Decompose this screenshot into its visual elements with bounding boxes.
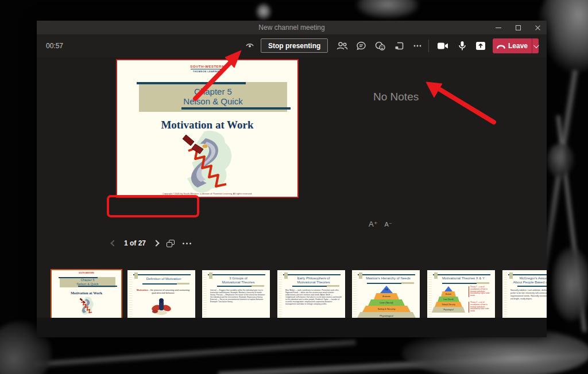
minimize-icon <box>496 28 501 28</box>
notes-empty-text: No Notes <box>373 91 419 103</box>
thumb6-title: Motivational Theories X & Y <box>434 276 493 280</box>
thumbnail-slide-7[interactable]: McGregor's Assumptions About People Base… <box>502 270 547 320</box>
breakout-rooms-icon <box>393 40 405 52</box>
slide-logo-line2: THOMSON LEARNING <box>117 70 297 73</box>
minimize-button[interactable] <box>493 22 504 33</box>
slide-subtitle: Motivation at Work <box>117 119 297 131</box>
stop-presenting-button[interactable]: Stop presenting <box>261 38 328 53</box>
slide-logo-rule <box>191 69 224 69</box>
thumb7-title-line1: McGregor's Assumptions <box>509 276 547 280</box>
thumb6-level-love: Love (Social) <box>438 297 459 302</box>
thumb2-title: Definition of Motivation <box>134 277 193 281</box>
thumbnail-slide-5[interactable]: Maslow's Hierarchy of Needs SA Esteem Lo… <box>352 270 420 320</box>
pyramid-level-sa: SA <box>380 286 393 293</box>
slide-title-line1: Chapter 5 <box>139 87 287 96</box>
thumb6-level-sa <box>444 286 452 291</box>
thumb1-artwork <box>77 297 98 315</box>
thumb3-title-line1: 3 Groups of <box>209 276 268 280</box>
previous-slide-button[interactable] <box>111 241 116 246</box>
leave-options-chevron[interactable] <box>532 38 539 53</box>
chevron-down-icon <box>533 42 539 48</box>
thumb5-pyramid: SA Esteem Love (Social) Safety & Securit… <box>357 286 416 319</box>
microphone-icon <box>457 40 467 52</box>
pyramid-level-safety: Safety & Security <box>362 306 411 312</box>
show-conversation-button[interactable] <box>355 40 368 52</box>
thumb4-body: Max Weber — work contributes to salvatio… <box>285 289 342 305</box>
reactions-icon <box>374 40 386 52</box>
slide-navigation: 1 of 27 <box>111 235 191 251</box>
people-icon <box>336 40 349 52</box>
grid-icon-front <box>167 242 172 247</box>
slide-logo: SOUTH-WESTERN THOMSON LEARNING <box>117 65 297 73</box>
thumb6-theory-x: Theory X - a set of assumptions of how t… <box>469 302 493 313</box>
thumb3-body: Internal — Suggest that variables within… <box>210 289 267 303</box>
mic-toggle-button[interactable] <box>456 40 469 52</box>
thumb3-title-line2: Motivational Theories <box>209 280 268 285</box>
thumb6-level-safety: Safety & Security <box>435 302 462 307</box>
slide-artwork <box>173 130 246 193</box>
nav-more-options-button[interactable] <box>183 243 191 244</box>
thumb2-body-text: the process of arousing and sustaining g… <box>150 289 190 294</box>
annotation-rectangle <box>107 195 199 217</box>
more-actions-icon <box>412 41 423 51</box>
notes-font-smaller-button[interactable]: A⁻ <box>385 221 392 228</box>
wallpaper-branch-bottom1 <box>34 340 355 367</box>
next-slide-button[interactable] <box>154 241 158 246</box>
slide-title-rule-bottom <box>181 107 291 110</box>
thumbnail-slide-2[interactable]: Definition of Motivation Motivation - th… <box>127 270 195 320</box>
thumb6-pyramid: Esteem Love (Social) Safety & Security P… <box>432 286 465 313</box>
window-title: New channel meeting <box>258 24 324 32</box>
slide-title-box: Chapter 5 Nelson & Quick <box>139 82 287 112</box>
wallpaper-bud-right <box>547 143 574 178</box>
teams-meeting-window: New channel meeting 00:57 Stop presentin… <box>37 21 547 337</box>
slide-logo-line1: SOUTH-WESTERN <box>117 65 297 68</box>
window-titlebar: New channel meeting <box>37 21 547 34</box>
pyramid-level-love: Love (Social) <box>368 299 405 306</box>
thumb1-title-line2: Nelson & Quick <box>60 282 115 286</box>
thumbnail-slide-3[interactable]: 3 Groups of Motivational Theories Intern… <box>202 270 270 320</box>
camera-icon <box>436 41 449 51</box>
thumb4-title-line2: Motivational Theories <box>284 280 343 285</box>
breakout-rooms-button[interactable] <box>393 40 405 52</box>
stop-presenting-label: Stop presenting <box>268 42 320 50</box>
thumbnail-slide-6[interactable]: Motivational Theories X & Y Esteem Love … <box>427 270 495 320</box>
thumb4-title-line1: Early Philosophers of <box>284 276 343 280</box>
thumb2-artwork <box>150 298 172 316</box>
slide-position: 1 of 27 <box>124 239 146 247</box>
thumbnail-slide-1[interactable]: SOUTH-WESTERN Chapter 5 Nelson & Quick M… <box>51 269 122 321</box>
slide-grid-button[interactable] <box>167 240 175 247</box>
share-content-button[interactable] <box>474 40 487 52</box>
wallpaper-flower-top <box>356 0 419 20</box>
toolbar-separator <box>428 40 429 52</box>
reactions-button[interactable] <box>374 40 386 52</box>
pyramid-level-esteem: Esteem <box>374 293 399 299</box>
share-screen-icon <box>475 41 486 51</box>
maximize-icon <box>516 25 521 30</box>
wallpaper-flower-top-small <box>256 3 271 21</box>
notes-font-controls: A⁺ A⁻ <box>369 220 392 228</box>
thumb6-theory-y: Theory Y - a set of assumptions of how t… <box>469 286 493 297</box>
presenter-view-eye-icon[interactable] <box>243 39 256 52</box>
wallpaper-leaf-right <box>551 247 588 321</box>
thumb2-body: Motivation - the process of arousing and… <box>134 289 192 294</box>
leave-button[interactable]: Leave <box>493 38 539 53</box>
leave-label: Leave <box>508 42 528 50</box>
maximize-button[interactable] <box>512 22 524 33</box>
notes-font-larger-button[interactable]: A⁺ <box>369 220 378 228</box>
chevron-left-icon <box>110 240 117 246</box>
close-button[interactable] <box>532 22 543 33</box>
more-actions-button[interactable] <box>411 40 424 52</box>
thumbnail-slide-4[interactable]: Early Philosophers of Motivational Theor… <box>277 270 345 320</box>
hangup-icon <box>497 44 505 49</box>
thumb7-title-line2: About People Based on Theory X <box>509 280 547 285</box>
meeting-timer: 00:57 <box>46 42 63 50</box>
camera-toggle-button[interactable] <box>436 40 449 52</box>
thumb6-level-physiological: Physiological <box>432 307 465 313</box>
stage-bottom-band <box>37 318 547 337</box>
chevron-right-icon <box>153 240 159 246</box>
current-slide: SOUTH-WESTERN THOMSON LEARNING Chapter 5… <box>116 59 299 198</box>
show-participants-button[interactable] <box>336 40 349 52</box>
thumb2-term: Motivation - <box>137 289 149 291</box>
thumb1-title-box: Chapter 5 Nelson & Quick <box>60 277 115 287</box>
meeting-toolbar: 00:57 Stop presenting <box>37 34 547 57</box>
